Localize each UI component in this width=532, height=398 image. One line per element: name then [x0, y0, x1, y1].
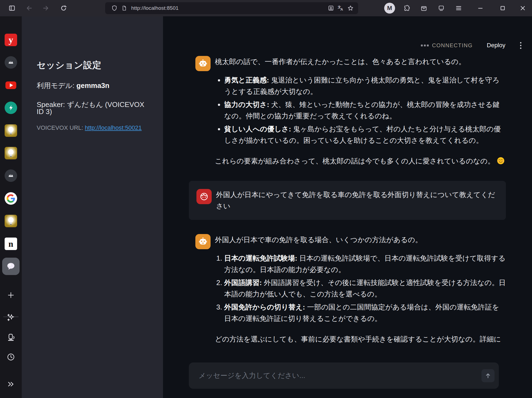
send-message-button[interactable]	[481, 369, 495, 382]
message-paragraph-truncated: どの方法を選ぶにしても、事前に必要な書類や手続きを確認することが大切なの。詳細に	[215, 333, 506, 345]
tab-flash[interactable]	[5, 102, 17, 114]
notion-letter: n	[8, 239, 13, 249]
save-download-icon[interactable]	[326, 3, 336, 13]
archive-box-icon[interactable]	[418, 2, 430, 14]
list-item: 勇気と正義感: 鬼退治という困難に立ち向かう桃太郎の勇気と、鬼を退治して村を守ろ…	[224, 74, 506, 97]
tab-notion[interactable]: n	[5, 238, 17, 250]
close-button[interactable]	[517, 2, 529, 14]
list-item: 外国語講習: 外国語講習を受け、その後に運転技能試験と適性試験を受ける方法なの。…	[224, 277, 506, 300]
lightbulb-favicon-icon	[5, 124, 17, 137]
tab-google[interactable]	[5, 192, 17, 205]
vertical-tabstrip: y n	[0, 16, 22, 398]
tab-overview-icon[interactable]	[435, 2, 447, 14]
notion-favicon-icon: n	[5, 238, 17, 250]
yahoo-letter: y	[9, 35, 13, 45]
message-paragraph: 外国人が日本にやってきて免許を取る車の免許を取る外面切り替えについて教えてくださ…	[216, 189, 498, 212]
user-message: 外国人が日本にやってきて免許を取る車の免許を取る外面切り替えについて教えてくださ…	[189, 181, 506, 220]
minimize-button[interactable]	[474, 2, 486, 14]
model-line: 利用モデル: gemma3n	[37, 82, 152, 89]
tab-lightbulb-2[interactable]	[5, 147, 17, 159]
list-item: 協力の大切さ: 犬、猿、雉といった動物たちとの協力が、桃太郎の冒険を成功させる鍵…	[224, 99, 506, 122]
chat-message-input[interactable]	[189, 362, 481, 389]
model-label: 利用モデル:	[37, 81, 74, 90]
chat-bubble-favicon-icon	[5, 261, 16, 272]
list-item: 貧しい人への優しさ: 鬼ヶ島からお宝をもらって、村の人たちと分け与える桃太郎の優…	[224, 123, 506, 146]
tab-crown-2[interactable]	[5, 169, 17, 182]
speaker-line: Speaker: ずんだもん (VOICEVOX ID 3)	[37, 101, 152, 115]
app-header: CONNECTING Deploy	[421, 41, 524, 49]
assistant-message: 桃太郎の話で、一番作者が伝えたかったことは、色々あると言われているの。 勇気と正…	[189, 56, 506, 167]
message-paragraph: 桃太郎の話で、一番作者が伝えたかったことは、色々あると言われているの。	[215, 56, 506, 67]
chat-input-container	[189, 362, 499, 389]
tab-yahoo[interactable]: y	[5, 34, 17, 46]
chat-input-area	[163, 353, 532, 398]
message-numbered-list: 日本の運転免許試験場: 日本の運転免許試験場で、日本の運転免許試験を受けて取得す…	[215, 252, 506, 324]
shield-icon[interactable]	[109, 3, 119, 13]
lightbulb-favicon-icon	[5, 215, 17, 227]
user-avatar-icon	[196, 189, 212, 204]
history-clock-icon[interactable]	[5, 351, 17, 363]
sidebar-toggle-icon[interactable]	[6, 2, 18, 14]
bookmark-star-icon[interactable]	[346, 3, 355, 13]
expand-sidebar-chevrons-icon[interactable]	[5, 378, 17, 390]
tab-chat-app-active[interactable]	[2, 258, 20, 275]
model-value: gemma3n	[76, 81, 109, 90]
user-message-body: 外国人が日本にやってきて免許を取る車の免許を取る外面切り替えについて教えてくださ…	[216, 189, 498, 212]
maximize-button[interactable]	[497, 2, 509, 14]
svg-text:A: A	[340, 7, 343, 11]
sidebar-title: セッション設定	[37, 60, 152, 71]
robot-avatar-icon	[195, 234, 211, 249]
youtube-favicon-icon	[5, 79, 17, 91]
tab-crown-1[interactable]	[5, 56, 17, 69]
message-paragraph: これらの要素が組み合わさって、桃太郎の話は今でも多くの人に愛されているのなの。	[215, 155, 506, 167]
ai-sparkle-icon[interactable]	[5, 311, 17, 324]
google-favicon-icon	[5, 192, 17, 205]
main-menu-kebab-icon[interactable]	[517, 41, 524, 49]
crown-favicon-icon	[5, 56, 17, 69]
account-avatar[interactable]: M	[384, 3, 395, 14]
voicevox-line: VOICEVOX URL: http://localhost:50021	[37, 125, 152, 131]
forward-button[interactable]	[40, 2, 52, 14]
status-dots-icon	[421, 45, 429, 46]
connection-status: CONNECTING	[421, 42, 472, 49]
status-label: CONNECTING	[432, 42, 472, 49]
translate-icon[interactable]: 文A	[336, 3, 346, 13]
address-bar[interactable]: http://localhost:8501 文A	[105, 2, 358, 14]
assistant-message-body: 桃太郎の話で、一番作者が伝えたかったことは、色々あると言われているの。 勇気と正…	[215, 56, 506, 167]
tab-lightbulb-3[interactable]	[5, 215, 17, 227]
list-item: 日本の運転免許試験場: 日本の運転免許試験場で、日本の運転免許試験を受けて取得す…	[224, 252, 506, 275]
app-sidebar: セッション設定 利用モデル: gemma3n Speaker: ずんだもん (V…	[22, 16, 163, 398]
list-item: 外国免許からの切り替え: 一部の国との二国間協定がある場合は、外国の運転免許証を…	[224, 301, 506, 324]
flash-favicon-icon	[5, 102, 17, 114]
menu-hamburger-icon[interactable]	[453, 2, 465, 14]
tab-lightbulb-1[interactable]	[5, 124, 17, 137]
chat-message-list: 桃太郎の話で、一番作者が伝えたかったことは、色々あると言われているの。 勇気と正…	[189, 56, 506, 359]
tab-youtube[interactable]	[5, 79, 17, 91]
lightbulb-favicon-icon	[5, 147, 17, 159]
voicevox-url-link[interactable]: http://localhost:50021	[85, 124, 142, 131]
crown-favicon-icon	[5, 169, 17, 182]
back-button[interactable]	[23, 2, 35, 14]
device-sync-icon[interactable]	[5, 331, 17, 344]
smiling-face-emoji-icon	[497, 157, 505, 165]
robot-avatar-icon	[195, 56, 211, 71]
assistant-message-body: 外国人が日本で車の免許を取る場合、いくつかの方法があるの。 日本の運転免許試験場…	[215, 234, 506, 345]
new-tab-button[interactable]	[5, 289, 17, 301]
assistant-message: 外国人が日本で車の免許を取る場合、いくつかの方法があるの。 日本の運転免許試験場…	[189, 234, 506, 345]
message-bullet-list: 勇気と正義感: 鬼退治という困難に立ち向かう桃太郎の勇気と、鬼を退治して村を守ろ…	[215, 74, 506, 146]
message-paragraph: 外国人が日本で車の免許を取る場合、いくつかの方法があるの。	[215, 234, 506, 245]
browser-toolbar: http://localhost:8501 文A M	[0, 0, 532, 16]
yahoo-favicon-icon: y	[5, 34, 17, 46]
url-text[interactable]: http://localhost:8501	[131, 5, 326, 11]
reload-button[interactable]	[58, 2, 70, 14]
voicevox-label: VOICEVOX URL:	[37, 124, 83, 131]
page-info-icon[interactable]	[119, 3, 129, 13]
extensions-puzzle-icon[interactable]	[401, 2, 413, 14]
app-main: CONNECTING Deploy 桃太郎の話で、一番作者が伝えたかったことは、…	[163, 16, 532, 398]
deploy-button[interactable]: Deploy	[487, 42, 505, 49]
